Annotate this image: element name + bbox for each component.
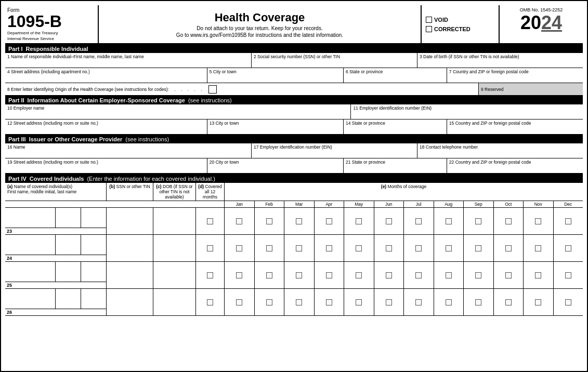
row-23-name3[interactable]: [81, 208, 106, 228]
field-6: 6 State or province: [344, 68, 447, 83]
row-26-col-c[interactable]: [153, 289, 196, 315]
field-13-input[interactable]: [210, 126, 341, 133]
row-24-name1[interactable]: [5, 235, 56, 255]
row-26-col-d: [196, 289, 225, 315]
row-23-nov: [524, 208, 554, 234]
row-25-jul: [404, 262, 434, 288]
field-21-label: 21 State or province: [346, 160, 445, 165]
field-17: 17 Employer identification number (EIN): [252, 143, 417, 158]
field-12-label: 12 Street address (including room or sui…: [7, 121, 205, 126]
row-25-name3[interactable]: [81, 262, 106, 282]
row-24-name3[interactable]: [81, 235, 106, 255]
field-5-input[interactable]: [210, 74, 341, 82]
row-25-jun: [374, 262, 404, 288]
month-jun: Jun: [374, 201, 404, 207]
row-23-col-a-parts: [5, 208, 106, 228]
field-4-input[interactable]: [7, 74, 205, 82]
field-14: 14 State or province: [344, 119, 447, 134]
field-14-label: 14 State or province: [346, 121, 445, 126]
part3-title-normal: (see instructions): [125, 136, 169, 142]
void-checkbox[interactable]: [426, 17, 432, 23]
part4-col-headers: (a) Name of covered individual(s) First …: [5, 183, 583, 201]
field-15-input[interactable]: [449, 126, 581, 133]
row-24-jul: [404, 235, 434, 261]
row-24-name2[interactable]: [56, 235, 81, 255]
row-23-name2[interactable]: [56, 208, 81, 228]
data-row-26: 26: [5, 289, 583, 316]
part2-label: Part II: [8, 97, 24, 103]
part2-title-bold: Information About Certain Employer-Spons…: [28, 97, 185, 103]
tax-year: 2024: [520, 12, 562, 33]
part2-header: Part II Information About Certain Employ…: [5, 96, 583, 104]
row-23-oct: [494, 208, 524, 234]
field-21-input[interactable]: [346, 165, 445, 172]
field-17-input[interactable]: [254, 150, 415, 157]
row-25-name2[interactable]: [56, 262, 81, 282]
row-23-mar: [284, 208, 315, 234]
form-title: Health Coverage: [101, 11, 419, 24]
row-24-dec: [554, 235, 583, 261]
field-14-input[interactable]: [346, 126, 445, 133]
row-1-2-3: 1 Name of responsible individual–First n…: [5, 53, 583, 68]
row-26-col-b[interactable]: [107, 289, 153, 315]
corrected-checkbox[interactable]: [426, 26, 432, 32]
row-25-col-c[interactable]: [153, 262, 196, 288]
field-19: 19 Street address (including room or sui…: [5, 158, 207, 173]
field-16-input[interactable]: [7, 150, 249, 157]
field-7-input[interactable]: [449, 74, 581, 82]
data-row-23: 23: [5, 208, 583, 235]
form-subtitle-2: Go to www.irs.gov/Form1095B for instruct…: [101, 32, 419, 38]
field-10-input[interactable]: [7, 111, 348, 118]
field-8-input[interactable]: [208, 85, 217, 94]
field-11-input[interactable]: [353, 111, 581, 118]
row-23-name1[interactable]: [5, 208, 56, 228]
field-3-input[interactable]: [420, 59, 581, 67]
row-23-col-c[interactable]: [153, 208, 196, 234]
part4-label: Part IV: [8, 176, 27, 182]
row-26-name3[interactable]: [81, 289, 106, 309]
row-24-col-c[interactable]: [153, 235, 196, 261]
field-12-input[interactable]: [7, 126, 205, 133]
corrected-row: CORRECTED: [426, 26, 494, 32]
month-feb: Feb: [255, 201, 285, 207]
field-1-input[interactable]: [7, 59, 249, 67]
field-10-label: 10 Employer name: [7, 105, 348, 111]
row-24-col-b[interactable]: [107, 235, 153, 261]
part4-title-normal: (Enter the information for each covered …: [87, 176, 215, 182]
form-id-section: Form 1095-B Department of the Treasury I…: [5, 5, 99, 43]
field-22-input[interactable]: [449, 165, 581, 172]
row-26-name1[interactable]: [5, 289, 56, 309]
col-a-header: (a) Name of covered individual(s) First …: [5, 183, 107, 201]
row-26-name2[interactable]: [56, 289, 81, 309]
field-3: 3 Date of birth (if SSN or other TIN is …: [417, 53, 583, 68]
row-26-checkbox[interactable]: [207, 299, 213, 305]
row-24-checkbox[interactable]: [207, 245, 213, 251]
row-24-nov: [524, 235, 554, 261]
field-11-label: 11 Employer identification number (EIN): [353, 105, 581, 111]
row-25-col-b[interactable]: [107, 262, 153, 288]
month-jan: Jan: [225, 201, 255, 207]
row-23-checkbox[interactable]: [207, 218, 213, 224]
row-25-jan: [225, 262, 255, 288]
row-25-nov: [524, 262, 554, 288]
field-13-label: 13 City or town: [210, 121, 341, 126]
field-20-input[interactable]: [210, 165, 341, 172]
field-2-input[interactable]: [254, 59, 415, 67]
dept-line2: Internal Revenue Service: [7, 36, 96, 41]
field-6-input[interactable]: [346, 74, 445, 82]
row-25-name1[interactable]: [5, 262, 56, 282]
row-25-months: [225, 262, 583, 288]
row-24-aug: [434, 235, 464, 261]
row-10-11: 10 Employer name 11 Employer identificat…: [5, 104, 583, 119]
field-13: 13 City or town: [207, 119, 344, 134]
months-labels: Jan Feb Mar Apr May Jun Jul Aug Sep Oct …: [225, 201, 583, 207]
row-24-number: 24: [5, 255, 106, 261]
field-19-input[interactable]: [7, 165, 205, 172]
col-c-header: (c) DOB (if SSN or other TIN is not avai…: [153, 183, 196, 201]
field-18-input[interactable]: [420, 150, 581, 157]
row-23-col-b[interactable]: [107, 208, 153, 234]
row-25-mar: [284, 262, 315, 288]
row-25-checkbox[interactable]: [207, 272, 213, 278]
field-18: 18 Contact telephone number: [417, 143, 583, 158]
field-15: 15 Country and ZIP or foreign postal cod…: [447, 119, 583, 134]
